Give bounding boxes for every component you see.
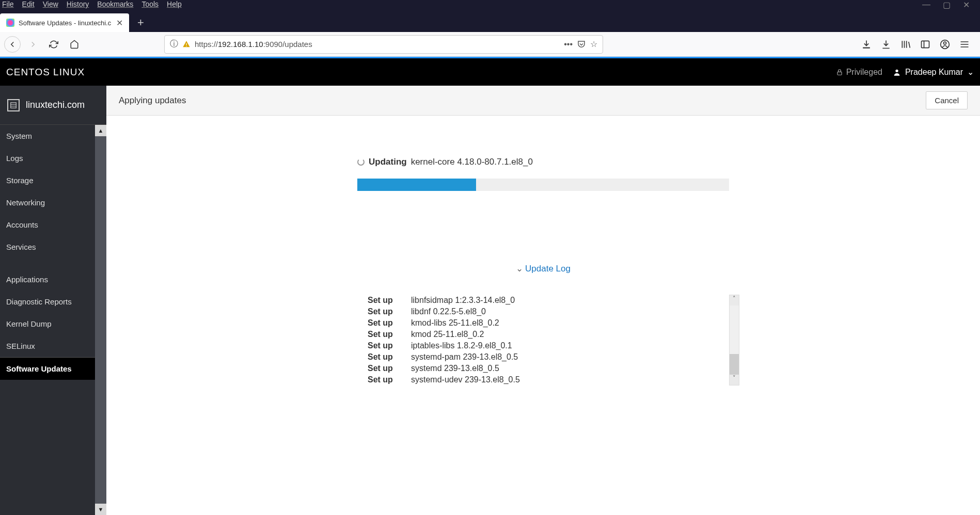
privileged-badge[interactable]: Privileged xyxy=(836,68,882,77)
menu-file[interactable]: File xyxy=(2,0,14,8)
log-row: Set upkmod-libs 25-11.el8_0.2 xyxy=(368,317,719,329)
svg-point-6 xyxy=(895,69,898,72)
tabbar: Software Updates - linuxtechi.c ✕ + xyxy=(0,7,980,32)
menu-tools[interactable]: Tools xyxy=(141,0,159,8)
sidebar-item-services[interactable]: Services xyxy=(0,236,95,258)
scroll-up-icon[interactable]: ˄ xyxy=(730,295,739,305)
lock-warning-icon[interactable] xyxy=(182,40,191,49)
log-row: Set upsystemd 239-13.el8_0.5 xyxy=(368,363,719,374)
library-icon[interactable] xyxy=(900,39,911,50)
host-selector[interactable]: linuxtechi.com xyxy=(0,86,106,125)
progress-bar xyxy=(357,179,729,191)
log-row: Set uplibdnf 0.22.5-5.el8_0 xyxy=(368,306,719,317)
updating-label: Updating xyxy=(369,157,407,167)
reload-button[interactable] xyxy=(45,36,62,53)
log-row: Set uplibnfsidmap 1:2.3.3-14.el8_0 xyxy=(368,295,719,306)
user-name: Pradeep Kumar xyxy=(905,68,963,77)
sidebar: linuxtechi.com System Logs Storage Netwo… xyxy=(0,86,106,515)
update-log-link[interactable]: Update Log xyxy=(525,264,571,273)
content-header: Applying updates Cancel xyxy=(106,86,980,116)
chevron-down-icon: ⌄ xyxy=(516,264,523,273)
sidebar-item-diagnostic[interactable]: Diagnostic Reports xyxy=(0,291,95,313)
spinner-icon xyxy=(357,158,365,166)
main: linuxtechi.com System Logs Storage Netwo… xyxy=(0,86,980,515)
back-button[interactable] xyxy=(4,36,21,53)
home-button[interactable] xyxy=(66,36,83,53)
toolbar-right xyxy=(861,39,976,50)
sidebar-item-storage[interactable]: Storage xyxy=(0,169,95,191)
menu-bookmarks[interactable]: Bookmarks xyxy=(97,0,133,8)
downloads-icon[interactable] xyxy=(881,39,891,50)
window-controls: — ▢ ✕ xyxy=(912,0,980,10)
new-tab-button[interactable]: + xyxy=(137,16,144,29)
progress-fill xyxy=(357,179,476,191)
sidebar-item-system[interactable]: System xyxy=(0,125,95,147)
host-name: linuxtechi.com xyxy=(26,100,85,110)
favicon-icon xyxy=(6,19,14,27)
page-actions-icon[interactable]: ••• xyxy=(564,40,573,49)
sidebar-nav: System Logs Storage Networking Accounts … xyxy=(0,125,95,515)
log-scrollbar[interactable]: ˄ ˅ xyxy=(729,295,739,385)
svg-rect-2 xyxy=(922,41,929,47)
sidebar-item-software-updates[interactable]: Software Updates xyxy=(0,357,95,380)
host-icon xyxy=(7,99,20,111)
bookmark-star-icon[interactable]: ☆ xyxy=(590,39,597,49)
sidebar-item-accounts[interactable]: Accounts xyxy=(0,214,95,236)
cockpit-header: CENTOS LINUX Privileged Pradeep Kumar ⌄ xyxy=(0,57,980,86)
brand-label: CENTOS LINUX xyxy=(6,67,85,78)
menu-history[interactable]: History xyxy=(67,0,89,8)
minimize-icon[interactable]: — xyxy=(922,0,930,10)
scroll-down-icon[interactable]: ▼ xyxy=(95,504,106,515)
close-window-icon[interactable]: ✕ xyxy=(963,0,970,10)
sidebar-toggle-icon[interactable] xyxy=(920,39,930,50)
content: Applying updates Cancel Updating kernel-… xyxy=(106,86,980,515)
maximize-icon[interactable]: ▢ xyxy=(943,0,951,10)
svg-rect-0 xyxy=(186,43,186,45)
svg-point-4 xyxy=(944,42,946,44)
sidebar-item-selinux[interactable]: SELinux xyxy=(0,335,95,357)
log-row: Set upkmod 25-11.el8_0.2 xyxy=(368,329,719,340)
sidebar-item-logs[interactable]: Logs xyxy=(0,147,95,169)
menu-icon[interactable] xyxy=(959,39,970,50)
svg-rect-7 xyxy=(11,102,17,108)
update-log: Set uplibnfsidmap 1:2.3.3-14.el8_0 Set u… xyxy=(368,295,719,385)
log-row: Set upiptables-libs 1.8.2-9.el8_0.1 xyxy=(368,340,719,351)
tab-close-icon[interactable]: ✕ xyxy=(116,18,123,28)
account-icon[interactable] xyxy=(940,39,950,50)
info-icon[interactable]: ⓘ xyxy=(170,39,178,50)
privileged-label: Privileged xyxy=(846,68,882,77)
url-text: https://192.168.1.10:9090/updates xyxy=(195,40,560,49)
sidebar-scrollbar[interactable]: ▲ ▼ xyxy=(95,125,106,515)
svg-rect-1 xyxy=(186,45,186,46)
tab-software-updates[interactable]: Software Updates - linuxtechi.c ✕ xyxy=(0,13,129,32)
save-page-icon[interactable] xyxy=(861,39,872,50)
page-title: Applying updates xyxy=(119,95,186,106)
user-icon xyxy=(893,68,901,76)
log-row: Set upsystemd-udev 239-13.el8_0.5 xyxy=(368,374,719,385)
svg-rect-5 xyxy=(837,72,842,75)
browser-toolbar: ⓘ https://192.168.1.10:9090/updates ••• … xyxy=(0,32,980,57)
url-bar[interactable]: ⓘ https://192.168.1.10:9090/updates ••• … xyxy=(164,35,603,54)
sidebar-item-kernel-dump[interactable]: Kernel Dump xyxy=(0,313,95,335)
tab-title: Software Updates - linuxtechi.c xyxy=(19,19,112,27)
updating-package: kernel-core 4.18.0-80.7.1.el8_0 xyxy=(411,157,533,167)
pocket-icon[interactable] xyxy=(577,40,586,49)
scrollbar-thumb[interactable] xyxy=(730,354,739,375)
lock-icon xyxy=(836,69,843,76)
menubar: File Edit View History Bookmarks Tools H… xyxy=(0,0,980,7)
log-row: Set upsystemd-pam 239-13.el8_0.5 xyxy=(368,351,719,363)
scroll-down-icon[interactable]: ˅ xyxy=(730,375,739,385)
update-log-toggle[interactable]: ⌄Update Log xyxy=(106,263,980,274)
user-menu[interactable]: Pradeep Kumar ⌄ xyxy=(893,67,974,77)
sidebar-item-applications[interactable]: Applications xyxy=(0,268,95,291)
forward-button[interactable] xyxy=(25,36,41,53)
sidebar-item-networking[interactable]: Networking xyxy=(0,191,95,214)
cancel-button[interactable]: Cancel xyxy=(926,91,968,109)
scroll-up-icon[interactable]: ▲ xyxy=(95,125,106,136)
menu-edit[interactable]: Edit xyxy=(22,0,35,8)
menu-view[interactable]: View xyxy=(43,0,58,8)
chevron-down-icon: ⌄ xyxy=(967,67,974,77)
updating-block: Updating kernel-core 4.18.0-80.7.1.el8_0 xyxy=(357,157,729,191)
updating-status: Updating kernel-core 4.18.0-80.7.1.el8_0 xyxy=(357,157,729,167)
menu-help[interactable]: Help xyxy=(167,0,182,8)
